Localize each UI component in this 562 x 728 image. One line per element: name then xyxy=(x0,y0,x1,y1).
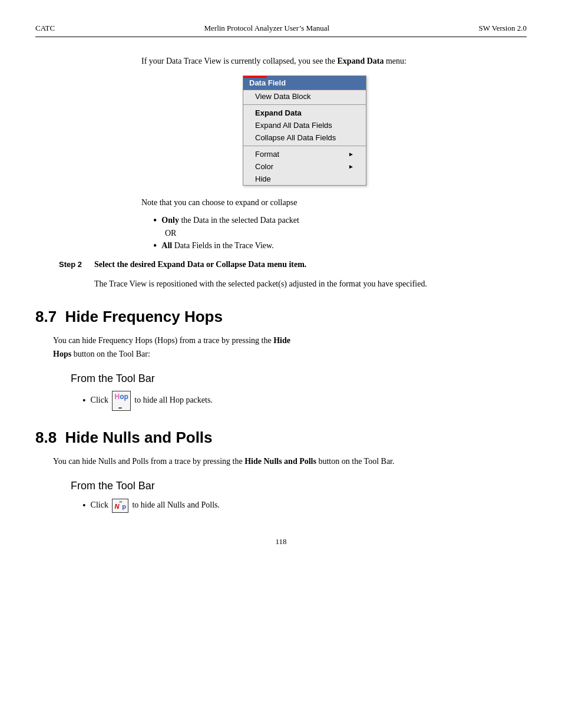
header-center: Merlin Protocol Analyzer User’s Manual xyxy=(204,24,329,33)
menu-item-collapse-all[interactable]: Collapse All Data Fields xyxy=(243,131,366,144)
bullet-item-all: • All Data Fields in the Trace View. xyxy=(153,239,527,252)
section-88-text2: button on the Tool Bar. xyxy=(316,457,395,466)
menu-item-color-label: Color xyxy=(255,162,273,171)
menu-item-view-data-block[interactable]: View Data Block xyxy=(243,90,366,103)
step-description: The Trace View is repositioned with the … xyxy=(35,278,527,290)
bullet-list: • Only the Data in the selected Data pac… xyxy=(35,214,527,252)
section-87-text3: button on the Tool Bar: xyxy=(71,350,150,358)
header-right: SW Version 2.0 xyxy=(478,24,527,33)
section-88-text1: You can hide Nulls and Polls from a trac… xyxy=(53,457,244,466)
color-arrow-icon: ► xyxy=(348,163,354,170)
context-menu: Data Field View Data Block Expand Data E… xyxy=(243,75,366,186)
section-87-title: 8.7 Hide Frequency Hops xyxy=(35,308,527,326)
menu-item-hide[interactable]: Hide xyxy=(243,173,366,185)
note-text: Note that you can choose to expand or co… xyxy=(35,196,527,209)
section-87-bold2: Hops xyxy=(53,350,71,358)
page-number: 118 xyxy=(35,537,527,546)
menu-item-color[interactable]: Color ► xyxy=(243,160,366,173)
bullet-text-2: All Data Fields in the Trace View. xyxy=(161,239,273,252)
step-text: Select the desired Expand Data or Collap… xyxy=(94,260,527,269)
intro-paragraph: If your Data Trace View is currently col… xyxy=(35,55,527,67)
menu-item-expand-data[interactable]: Expand Data xyxy=(243,107,366,119)
nulls-bullet-list: • Click N″p to hide all Nulls and Polls. xyxy=(35,498,527,513)
hop-click-text: Click Hop̲̲̲ to hide all Hop packets. xyxy=(91,391,213,411)
intro-text2: menu: xyxy=(384,57,406,65)
subsection-toolbar-2-title: From the Tool Bar xyxy=(71,480,527,492)
menu-divider-2 xyxy=(243,146,366,146)
section-88-body: You can hide Nulls and Polls from a trac… xyxy=(35,455,527,468)
intro-bold1: Expand Data xyxy=(337,57,384,65)
section-88-bold1: Hide Nulls and Polls xyxy=(244,457,316,466)
menu-item-format-label: Format xyxy=(255,150,279,159)
step-2-container: Step 2 Select the desired Expand Data or… xyxy=(35,260,527,269)
bullet-dot-2: • xyxy=(153,241,157,251)
nulls-click-text: Click N″p to hide all Nulls and Polls. xyxy=(91,499,220,513)
red-bar-decoration xyxy=(243,76,267,78)
menu-item-format[interactable]: Format ► xyxy=(243,148,366,160)
bullet-text-1: Only the Data in the selected Data packe… xyxy=(161,214,299,226)
bullet-item-only: • Only the Data in the selected Data pac… xyxy=(153,214,527,226)
step-label: Step 2 xyxy=(59,260,94,269)
menu-header: Data Field xyxy=(243,76,366,90)
hop-bullet-list: • Click Hop̲̲̲ to hide all Hop packets. xyxy=(35,391,527,411)
menu-item-expand-all[interactable]: Expand All Data Fields xyxy=(243,119,366,131)
section-87-bold1: Hide xyxy=(273,336,290,345)
page-header: CATC Merlin Protocol Analyzer User’s Man… xyxy=(35,24,527,37)
nulls-icon: N″p xyxy=(112,499,128,513)
hop-bullet-dot: • xyxy=(82,393,86,409)
context-menu-screenshot: Data Field View Data Block Expand Data E… xyxy=(82,75,527,186)
section-87-text1: You can hide Frequency Hops (Hops) from … xyxy=(53,336,273,345)
hop-bullet-item: • Click Hop̲̲̲ to hide all Hop packets. xyxy=(82,391,527,411)
subsection-toolbar-1-title: From the Tool Bar xyxy=(71,373,527,385)
page: CATC Merlin Protocol Analyzer User’s Man… xyxy=(0,0,562,728)
menu-divider-1 xyxy=(243,104,366,105)
section-88-title: 8.8 Hide Nulls and Polls xyxy=(35,429,527,447)
nulls-bullet-item: • Click N″p to hide all Nulls and Polls. xyxy=(82,498,527,513)
intro-text1: If your Data Trace View is currently col… xyxy=(141,57,337,65)
header-left: CATC xyxy=(35,24,55,33)
section-87-body: You can hide Frequency Hops (Hops) from … xyxy=(35,334,527,361)
format-arrow-icon: ► xyxy=(348,151,354,157)
nulls-bullet-dot: • xyxy=(82,498,86,513)
hop-icon: Hop̲̲̲ xyxy=(112,391,130,411)
or-text: OR xyxy=(153,229,527,238)
bullet-dot-1: • xyxy=(153,215,157,226)
